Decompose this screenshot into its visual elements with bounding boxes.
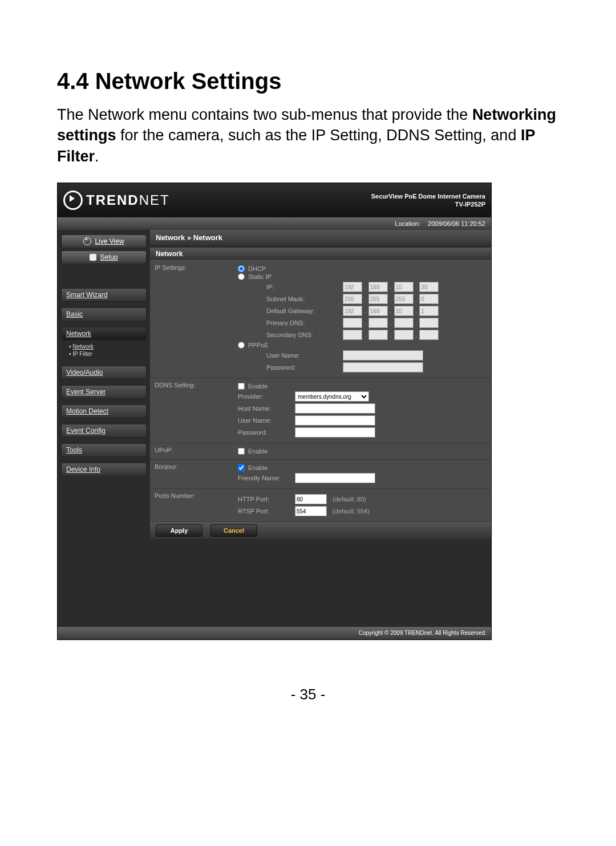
ddns-pass-input[interactable] [295, 427, 375, 438]
ip-oct-1[interactable] [343, 282, 362, 292]
ddns-user-input[interactable] [295, 415, 375, 426]
brand-logo-icon [63, 191, 83, 210]
sidebar-item-tools[interactable]: Tools [61, 443, 147, 457]
mask-oct-4[interactable] [419, 294, 439, 304]
ddns-host-input[interactable] [295, 403, 375, 414]
row-label-ddns: DDNS Setting: [150, 378, 233, 443]
nav-setup[interactable]: Setup [61, 250, 147, 264]
product-line1: SecurView PoE Dome Internet Camera [371, 192, 485, 200]
ip-oct-4[interactable] [419, 282, 439, 292]
bonjour-friendly-label: Friendly Name: [238, 475, 289, 481]
sidebar-item-video-audio[interactable]: Video/Audio [61, 366, 147, 379]
pdns-oct-1[interactable] [343, 318, 362, 328]
rtsp-port-input[interactable] [295, 506, 327, 516]
gw-oct-4[interactable] [419, 306, 439, 316]
radio-static-label: Static IP [248, 273, 271, 280]
gw-oct-2[interactable] [368, 306, 388, 316]
mask-oct-1[interactable] [343, 294, 362, 304]
sidebar-sub-network: • Network • IP Filter [61, 341, 147, 360]
product-line2: TV-IP252P [371, 200, 485, 208]
pppoe-pass-input[interactable] [343, 362, 423, 373]
gear-icon [90, 254, 96, 261]
intro-text: for the camera, such as the IP Setting, … [116, 127, 521, 144]
sidebar-item-basic[interactable]: Basic [61, 307, 147, 321]
ip-label: IP: [238, 284, 341, 290]
footer-copyright: Copyright © 2009 TRENDnet. All Rights Re… [58, 627, 491, 639]
radio-dhcp[interactable] [238, 265, 245, 272]
radio-pppoe[interactable] [238, 342, 245, 349]
http-port-label: HTTP Port: [238, 496, 289, 503]
screenshot-camera-admin: TRENDNET SecurView PoE Dome Internet Cam… [57, 183, 492, 640]
nav-setup-label: Setup [100, 253, 117, 261]
ddns-provider-select[interactable]: members.dyndns.org [295, 391, 369, 402]
bonjour-enable-option[interactable]: Enable [238, 464, 487, 471]
action-bar: Apply Cancel [150, 522, 491, 539]
ddns-enable-label: Enable [248, 383, 268, 390]
pdns-oct-2[interactable] [368, 318, 388, 328]
http-port-input[interactable] [295, 494, 327, 504]
radio-pppoe-option[interactable]: PPPoE [238, 342, 487, 349]
bonjour-enable-checkbox[interactable] [238, 464, 245, 471]
product-title: SecurView PoE Dome Internet Camera TV-IP… [371, 192, 485, 209]
ip-oct-3[interactable] [394, 282, 414, 292]
subnet-label: Subnet Mask: [238, 296, 341, 302]
radio-pppoe-label: PPPoE [248, 342, 268, 349]
rtsp-port-label: RTSP Port: [238, 508, 289, 515]
row-label-ip-settings: IP Settings: [150, 261, 233, 378]
sidebar-item-motion-detect[interactable]: Motion Detect [61, 404, 147, 418]
sidebar-item-event-config[interactable]: Event Config [61, 424, 147, 438]
location-value: 2009/06/06 11:20:52 [428, 220, 485, 227]
gw-oct-3[interactable] [394, 306, 414, 316]
radio-dhcp-option[interactable]: DHCP [238, 265, 487, 272]
sidebar-item-smart-wizard[interactable]: Smart Wizard [61, 288, 147, 302]
sub-label: Network [72, 343, 94, 350]
mask-oct-2[interactable] [368, 294, 388, 304]
section-heading: 4.4 Network Settings [57, 68, 559, 94]
gateway-label: Default Gateway: [238, 307, 341, 314]
location-label: Location: [395, 220, 420, 227]
app-header: TRENDNET SecurView PoE Dome Internet Cam… [58, 183, 491, 217]
row-label-upnp: UPnP: [150, 443, 233, 460]
apply-button[interactable]: Apply [156, 524, 202, 537]
ip-oct-2[interactable] [368, 282, 388, 292]
ddns-enable-option[interactable]: Enable [238, 383, 487, 390]
sdns-oct-3[interactable] [394, 330, 414, 340]
http-port-hint: (default: 80) [333, 496, 366, 503]
section-header-network: Network [150, 248, 491, 260]
upnp-enable-label: Enable [248, 448, 268, 455]
row-label-ports: Ports Number: [150, 489, 233, 522]
sidebar-item-event-server[interactable]: Event Server [61, 385, 147, 399]
main-panel: Network » Network Network IP Settings: D… [150, 230, 491, 624]
pdns-oct-4[interactable] [419, 318, 439, 328]
intro-paragraph: The Network menu contains two sub-menus … [57, 104, 559, 167]
cancel-button[interactable]: Cancel [210, 524, 257, 537]
row-label-bonjour: Bonjour: [150, 460, 233, 489]
sdns-oct-1[interactable] [343, 330, 362, 340]
sidebar: Live View Setup Smart Wizard Basic Netwo… [58, 230, 150, 624]
rtsp-port-hint: (default: 554) [333, 508, 370, 515]
breadcrumb: Network » Network [150, 230, 491, 245]
pppoe-user-input[interactable] [343, 350, 423, 361]
upnp-enable-option[interactable]: Enable [238, 448, 487, 455]
sdns-oct-4[interactable] [419, 330, 439, 340]
sidebar-item-network[interactable]: Network [61, 327, 147, 341]
ddns-host-label: Host Name: [238, 405, 289, 412]
eye-icon [83, 237, 91, 245]
ddns-enable-checkbox[interactable] [238, 383, 245, 390]
intro-text: . [95, 148, 99, 165]
gw-oct-1[interactable] [343, 306, 362, 316]
nav-live-view-label: Live View [95, 237, 124, 245]
sidebar-sub-network-ipfilter[interactable]: • IP Filter [69, 350, 147, 358]
radio-static-option[interactable]: Static IP [238, 273, 487, 280]
radio-static[interactable] [238, 273, 245, 280]
sidebar-item-device-info[interactable]: Device Info [61, 463, 147, 476]
sdns-oct-2[interactable] [368, 330, 388, 340]
intro-text: The Network menu contains two sub-menus … [57, 106, 472, 123]
mask-oct-3[interactable] [394, 294, 414, 304]
sidebar-sub-network-network[interactable]: • Network [69, 343, 147, 350]
pdns-oct-3[interactable] [394, 318, 414, 328]
bonjour-friendly-input[interactable] [295, 473, 375, 483]
nav-live-view[interactable]: Live View [61, 234, 147, 248]
upnp-enable-checkbox[interactable] [238, 448, 245, 455]
ddns-pass-label: Password: [238, 429, 289, 436]
